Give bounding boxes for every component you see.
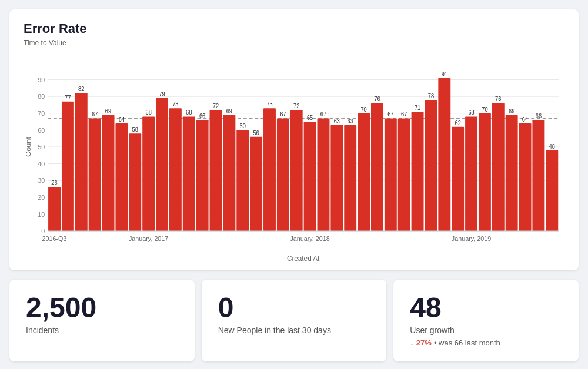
svg-text:66: 66	[199, 113, 205, 119]
svg-text:2016-Q3: 2016-Q3	[42, 234, 67, 241]
svg-text:82: 82	[78, 86, 84, 92]
svg-text:60: 60	[240, 123, 246, 129]
svg-rect-75	[412, 112, 424, 231]
svg-text:26: 26	[51, 180, 57, 186]
svg-rect-31	[115, 123, 128, 231]
svg-rect-35	[142, 117, 155, 231]
svg-rect-61	[318, 118, 330, 231]
svg-text:0: 0	[41, 227, 45, 234]
svg-text:69: 69	[509, 108, 514, 114]
svg-text:65: 65	[307, 115, 313, 121]
svg-rect-45	[210, 110, 222, 231]
svg-rect-55	[277, 118, 289, 231]
svg-rect-85	[479, 113, 491, 231]
svg-text:72: 72	[293, 103, 299, 109]
new-people-label: New People in the last 30 days	[218, 326, 370, 335]
down-arrow-icon: ↓	[410, 338, 414, 347]
svg-text:Created At: Created At	[287, 254, 320, 263]
svg-text:71: 71	[415, 104, 420, 110]
stat-card-new-people: 0 New People in the last 30 days	[202, 280, 387, 361]
chart-area: 0102030405060708090267782676964586879736…	[24, 52, 564, 263]
svg-text:68: 68	[145, 109, 151, 116]
svg-rect-43	[196, 120, 209, 231]
chart-card: Error Rate Time to Value 010203040506070…	[9, 9, 579, 270]
svg-text:January, 2018: January, 2018	[290, 234, 329, 241]
svg-text:62: 62	[455, 119, 461, 126]
svg-rect-47	[223, 115, 235, 231]
svg-text:69: 69	[105, 108, 111, 114]
user-growth-value: 48	[410, 294, 562, 322]
svg-rect-21	[48, 187, 61, 231]
svg-text:73: 73	[172, 101, 178, 108]
svg-rect-29	[102, 115, 115, 231]
user-growth-detail-text: • was 66 last month	[434, 338, 500, 347]
svg-rect-69	[371, 103, 383, 231]
svg-rect-81	[452, 127, 464, 231]
svg-text:64: 64	[119, 116, 125, 122]
user-growth-pct: 27%	[416, 338, 432, 347]
svg-rect-37	[156, 98, 168, 231]
svg-text:67: 67	[92, 111, 98, 118]
svg-text:68: 68	[186, 109, 192, 116]
svg-text:January, 2017: January, 2017	[129, 234, 168, 241]
svg-rect-59	[304, 122, 316, 231]
svg-rect-25	[75, 93, 88, 231]
svg-text:67: 67	[280, 111, 286, 118]
bar-chart: 0102030405060708090267782676964586879736…	[24, 52, 564, 263]
svg-text:64: 64	[522, 116, 529, 122]
svg-rect-57	[290, 110, 303, 231]
svg-text:63: 63	[348, 118, 353, 124]
stats-row: 2,500 Incidents 0 New People in the last…	[9, 280, 579, 361]
svg-text:40: 40	[38, 160, 45, 167]
svg-text:80: 80	[38, 93, 45, 100]
svg-text:70: 70	[360, 106, 366, 112]
svg-text:70: 70	[38, 110, 45, 117]
svg-rect-33	[129, 133, 141, 231]
svg-text:73: 73	[266, 101, 272, 108]
svg-rect-63	[330, 125, 343, 231]
svg-rect-83	[465, 117, 477, 231]
svg-text:76: 76	[374, 96, 380, 102]
svg-text:91: 91	[442, 71, 447, 77]
svg-text:30: 30	[38, 177, 45, 184]
svg-rect-79	[438, 78, 450, 231]
svg-text:77: 77	[65, 94, 71, 100]
svg-text:69: 69	[226, 108, 232, 114]
svg-rect-73	[398, 118, 410, 231]
svg-rect-23	[62, 102, 74, 231]
svg-rect-49	[236, 130, 249, 231]
svg-text:79: 79	[159, 91, 165, 98]
chart-subtitle: Time to Value	[24, 39, 564, 47]
svg-text:68: 68	[468, 109, 474, 116]
svg-text:78: 78	[428, 92, 434, 99]
svg-rect-65	[344, 125, 356, 231]
svg-rect-71	[385, 118, 397, 231]
svg-text:63: 63	[334, 118, 340, 124]
svg-rect-87	[492, 103, 505, 231]
svg-text:Count: Count	[24, 136, 32, 156]
new-people-value: 0	[218, 294, 370, 322]
chart-title: Error Rate	[24, 21, 564, 36]
svg-text:67: 67	[401, 111, 407, 118]
svg-rect-67	[358, 113, 370, 231]
svg-text:70: 70	[482, 106, 487, 112]
svg-text:January, 2019: January, 2019	[452, 234, 491, 241]
svg-rect-53	[263, 108, 276, 231]
svg-rect-39	[169, 108, 182, 231]
svg-text:48: 48	[549, 143, 555, 149]
svg-text:90: 90	[38, 76, 45, 83]
svg-rect-51	[250, 137, 262, 231]
user-growth-label: User growth	[410, 326, 562, 335]
svg-rect-95	[546, 150, 558, 231]
svg-text:10: 10	[38, 210, 45, 217]
svg-text:72: 72	[213, 103, 219, 109]
svg-rect-27	[89, 118, 101, 231]
incidents-value: 2,500	[26, 294, 178, 322]
svg-text:50: 50	[38, 143, 45, 150]
svg-text:56: 56	[253, 129, 259, 136]
incidents-label: Incidents	[26, 326, 178, 335]
svg-rect-77	[425, 100, 437, 231]
svg-rect-89	[506, 115, 518, 231]
svg-rect-91	[519, 123, 532, 231]
svg-text:60: 60	[38, 126, 45, 133]
